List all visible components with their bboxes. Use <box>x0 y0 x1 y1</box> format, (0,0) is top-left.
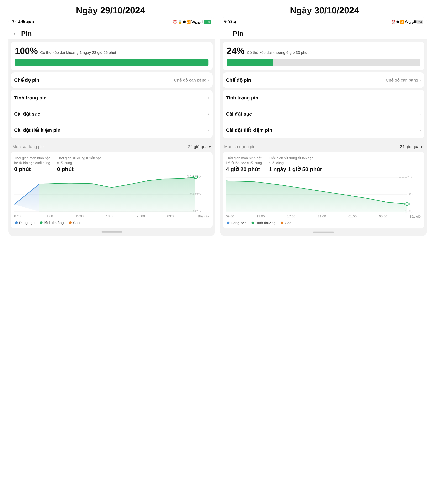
right-back-button[interactable]: ← <box>224 31 230 37</box>
left-time-0: 07:00 <box>14 214 23 218</box>
right-time-1: 13:00 <box>257 215 265 218</box>
right-battery-percent: 24% <box>227 45 245 56</box>
right-legend: Đang sạc Bình thường Cao <box>226 218 421 225</box>
right-battery-section: 24% Có thể kéo dài khoảng 6 giờ 33 phút <box>222 42 424 70</box>
left-battery-badge: 100 <box>204 20 211 24</box>
left-lock-icon: 🔒 <box>178 20 182 24</box>
left-header-row: ← Pin <box>9 26 215 39</box>
right-menu-item-1[interactable]: Tình trạng pin › <box>226 90 421 106</box>
right-usage-period[interactable]: 24 giờ qua ▾ <box>400 144 423 149</box>
left-phone: 7:14 🅩 ◀ ▶ ■ ⏰ 🔒 ✱ 📶 VoLTE.ill 100 ← Pin… <box>9 17 215 236</box>
left-time: 7:14 <box>12 20 20 24</box>
right-menu-label-2: Cài đặt sạc <box>226 111 252 117</box>
left-legend-high: Cao <box>69 221 80 225</box>
left-status-bar: 7:14 🅩 ◀ ▶ ■ ⏰ 🔒 ✱ 📶 VoLTE.ill 100 <box>9 17 215 26</box>
right-time: 9:03 <box>224 20 232 24</box>
left-battery-percent: 100% <box>15 45 38 56</box>
right-chart-area: 100% 50% 0% <box>226 176 421 214</box>
left-mode-section[interactable]: Chế độ pin Chế độ cân bằng › <box>11 72 213 88</box>
left-nav-handle <box>102 231 122 233</box>
right-menu-label-3: Cài đặt tiết kiệm pin <box>226 127 272 133</box>
right-menu-item-2[interactable]: Cài đặt sạc › <box>226 106 421 122</box>
left-usage-header: Mức sử dụng pin 24 giờ qua ▾ <box>9 141 215 151</box>
left-mode-value: Chế độ cân bằng <box>174 78 206 82</box>
right-stat2-label: Thời gian sử dụng từ lần sạccuối cùng <box>269 156 322 165</box>
left-blue-fill <box>14 184 39 212</box>
left-time-labels: 07:00 11:00 15:00 19:00 23:00 03:00 Bây … <box>14 213 209 218</box>
right-stat-2: Thời gian sử dụng từ lần sạccuối cùng 1 … <box>269 156 322 172</box>
left-mode-value-row: Chế độ cân bằng › <box>174 78 209 82</box>
left-legend: Đang sạc Bình thường Cao <box>14 218 209 225</box>
left-battery-bar-bg <box>15 59 208 66</box>
left-stat1-value: 0 phút <box>14 166 50 172</box>
left-stat2-value: 0 phút <box>57 166 102 172</box>
right-stat1-label: Thời gian màn hình bậtkể từ lần sạc cuối… <box>226 156 262 165</box>
left-dot-charging <box>15 221 18 224</box>
left-usage-period[interactable]: 24 giờ qua ▾ <box>188 144 211 149</box>
left-back-button[interactable]: ← <box>13 31 18 37</box>
left-battery-section: 100% Có thể kéo dài khoảng 1 ngày 23 giờ… <box>11 42 213 70</box>
right-dot-high <box>281 222 283 224</box>
left-menu-section: Tình trạng pin › Cài đặt sạc › Cài đặt t… <box>11 90 213 138</box>
left-legend-charging: Đang sạc <box>15 221 35 225</box>
right-day-title: Ngày 30/10/2024 <box>221 5 428 16</box>
right-nav-handle <box>313 232 334 233</box>
left-chart-card: Thời gian màn hình bậtkể từ lần sạc cuối… <box>11 152 213 228</box>
left-period-label: 24 giờ qua <box>188 144 208 149</box>
left-wifi-icon: 📶 <box>186 20 191 24</box>
right-chart-card: Thời gian màn hình bậtkể từ lần sạc cuối… <box>222 152 424 228</box>
right-phone: 9:03 ◀ ⏰ ✱ 📶 VoLTE.ill 24 ← Pin 24% Có t… <box>220 17 427 236</box>
left-menu-item-1[interactable]: Tình trạng pin › <box>14 90 209 106</box>
svg-text:50%: 50% <box>401 192 412 196</box>
left-battery-bar-fill <box>15 59 208 66</box>
left-period-chevron: ▾ <box>209 144 211 149</box>
right-stat2-value: 1 ngày 1 giờ 50 phút <box>269 166 322 172</box>
left-menu-label-2: Cài đặt sạc <box>14 111 40 117</box>
left-status-left: 7:14 🅩 ◀ ▶ ■ <box>12 20 34 24</box>
right-status-left: 9:03 ◀ <box>224 20 236 24</box>
left-battery-desc: Có thể kéo dài khoảng 1 ngày 23 giờ 25 p… <box>40 50 208 55</box>
right-stat-1: Thời gian màn hình bậtkể từ lần sạc cuối… <box>226 156 262 172</box>
right-legend-charging: Đang sạc <box>227 221 246 225</box>
left-mode-chevron: › <box>208 78 209 82</box>
right-menu-label-1: Tình trạng pin <box>226 95 258 101</box>
left-bt-icon: ✱ <box>183 20 186 24</box>
right-usage-header: Mức sử dụng pin 24 giờ qua ▾ <box>220 141 427 151</box>
right-time-4: 01:00 <box>348 215 357 218</box>
left-dot-normal <box>40 221 43 224</box>
page-header: Ngày 29/10/2024 Ngày 30/10/2024 <box>0 0 435 17</box>
right-legend-label-3: Cao <box>285 221 291 225</box>
right-time-0: 09:00 <box>226 215 234 218</box>
right-legend-label-1: Đang sạc <box>231 221 246 225</box>
right-mode-value: Chế độ cân bằng <box>386 78 418 82</box>
left-menu-item-2[interactable]: Cài đặt sạc › <box>14 106 209 122</box>
right-mode-row[interactable]: Chế độ pin Chế độ cân bằng › <box>226 72 421 88</box>
left-time-4: 23:00 <box>137 214 145 218</box>
right-header-title: Pin <box>233 30 244 38</box>
right-dot-charging <box>227 222 230 224</box>
svg-text:100%: 100% <box>398 176 412 178</box>
left-time-3: 19:00 <box>106 214 114 218</box>
left-dot-high <box>69 221 72 224</box>
left-chart-stats: Thời gian màn hình bậtkể từ lần sạc cuối… <box>14 156 209 172</box>
left-time-1: 11:00 <box>45 214 53 218</box>
right-dot-normal <box>251 222 254 224</box>
right-status-right: ⏰ ✱ 📶 VoLTE.ill 24 <box>391 20 423 24</box>
left-signal-icons: ◀ ▶ ■ <box>26 20 34 24</box>
right-battery-bar-bg <box>227 59 420 66</box>
left-menu-item-3[interactable]: Cài đặt tiết kiệm pin › <box>14 122 209 138</box>
left-menu-chevron-3: › <box>208 128 209 133</box>
right-signal-bar: VoLTE.ill <box>405 20 417 24</box>
right-mode-section[interactable]: Chế độ pin Chế độ cân bằng › <box>222 72 424 88</box>
right-bt-icon: ✱ <box>396 20 399 24</box>
right-time-5: 05:00 <box>379 215 387 218</box>
right-time-2: 17:00 <box>287 215 295 218</box>
left-mode-row[interactable]: Chế độ pin Chế độ cân bằng › <box>14 72 209 88</box>
right-green-fill <box>226 181 407 212</box>
right-menu-section: Tình trạng pin › Cài đặt sạc › Cài đặt t… <box>222 90 424 138</box>
right-menu-item-3[interactable]: Cài đặt tiết kiệm pin › <box>226 122 421 138</box>
right-period-chevron: ▾ <box>421 144 423 149</box>
left-mode-label: Chế độ pin <box>14 77 39 83</box>
right-battery-percent-row: 24% Có thể kéo dài khoảng 6 giờ 33 phút <box>227 45 420 56</box>
left-alarm-icon: ⏰ <box>173 20 177 24</box>
